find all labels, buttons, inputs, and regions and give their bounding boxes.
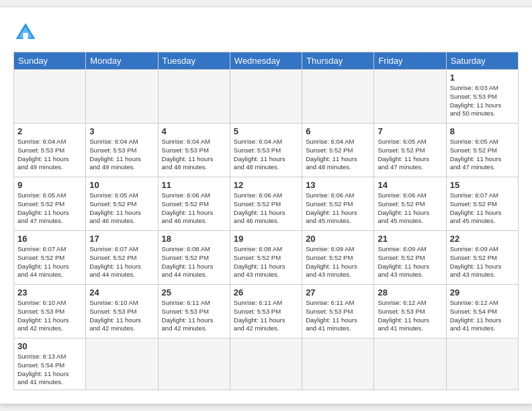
day-number: 11 [162, 180, 226, 190]
calendar-cell: 7Sunrise: 6:05 AM Sunset: 5:52 PM Daylig… [374, 123, 446, 177]
day-number: 9 [17, 180, 82, 190]
calendar-cell [158, 69, 230, 123]
calendar-cell [86, 69, 158, 123]
calendar-container: SundayMondayTuesdayWednesdayThursdayFrid… [0, 7, 532, 404]
calendar-cell [14, 69, 86, 123]
day-info: Sunrise: 6:06 AM Sunset: 5:52 PM Dayligh… [306, 191, 370, 226]
day-number: 24 [89, 287, 154, 298]
calendar-cell: 20Sunrise: 6:09 AM Sunset: 5:52 PM Dayli… [302, 230, 374, 284]
day-info: Sunrise: 6:03 AM Sunset: 5:53 PM Dayligh… [450, 84, 515, 118]
calendar-cell [158, 338, 230, 390]
calendar-cell: 18Sunrise: 6:08 AM Sunset: 5:52 PM Dayli… [158, 230, 230, 284]
week-row-5: 30Sunrise: 6:13 AM Sunset: 5:54 PM Dayli… [14, 338, 519, 390]
day-number: 28 [378, 287, 442, 298]
day-number: 13 [306, 180, 370, 190]
day-number: 12 [234, 180, 298, 190]
day-info: Sunrise: 6:10 AM Sunset: 5:53 PM Dayligh… [17, 299, 82, 333]
day-number: 21 [378, 234, 442, 244]
day-info: Sunrise: 6:11 AM Sunset: 5:53 PM Dayligh… [306, 299, 370, 333]
svg-rect-2 [23, 33, 28, 39]
calendar-cell [302, 69, 374, 123]
calendar-cell: 16Sunrise: 6:07 AM Sunset: 5:52 PM Dayli… [14, 230, 86, 284]
header [13, 21, 519, 45]
calendar-cell: 26Sunrise: 6:11 AM Sunset: 5:53 PM Dayli… [230, 284, 302, 338]
day-number: 18 [162, 234, 226, 244]
calendar-cell [446, 338, 518, 390]
calendar-cell [302, 338, 374, 390]
day-header-monday: Monday [86, 52, 158, 69]
day-info: Sunrise: 6:10 AM Sunset: 5:53 PM Dayligh… [89, 299, 154, 333]
day-number: 2 [17, 126, 82, 136]
day-info: Sunrise: 6:12 AM Sunset: 5:53 PM Dayligh… [378, 299, 442, 333]
day-header-tuesday: Tuesday [158, 52, 230, 69]
header-row: SundayMondayTuesdayWednesdayThursdayFrid… [14, 52, 519, 69]
day-info: Sunrise: 6:04 AM Sunset: 5:52 PM Dayligh… [306, 138, 370, 172]
day-info: Sunrise: 6:08 AM Sunset: 5:52 PM Dayligh… [234, 245, 298, 279]
day-info: Sunrise: 6:08 AM Sunset: 5:52 PM Dayligh… [162, 245, 226, 279]
calendar-cell: 4Sunrise: 6:04 AM Sunset: 5:53 PM Daylig… [158, 123, 230, 177]
day-header-wednesday: Wednesday [230, 52, 302, 69]
calendar-cell: 8Sunrise: 6:05 AM Sunset: 5:52 PM Daylig… [446, 123, 518, 177]
day-number: 29 [450, 287, 515, 298]
day-info: Sunrise: 6:11 AM Sunset: 5:53 PM Dayligh… [162, 299, 226, 333]
calendar-cell: 11Sunrise: 6:06 AM Sunset: 5:52 PM Dayli… [158, 177, 230, 230]
day-number: 4 [162, 126, 226, 136]
calendar-cell: 12Sunrise: 6:06 AM Sunset: 5:52 PM Dayli… [230, 177, 302, 230]
calendar-cell: 10Sunrise: 6:05 AM Sunset: 5:52 PM Dayli… [86, 177, 158, 230]
day-info: Sunrise: 6:12 AM Sunset: 5:54 PM Dayligh… [450, 299, 515, 333]
day-number: 8 [450, 126, 515, 136]
day-header-saturday: Saturday [446, 52, 518, 69]
day-number: 17 [89, 234, 154, 244]
calendar-cell: 28Sunrise: 6:12 AM Sunset: 5:53 PM Dayli… [374, 284, 446, 338]
day-number: 23 [17, 287, 82, 298]
day-info: Sunrise: 6:07 AM Sunset: 5:52 PM Dayligh… [450, 191, 515, 226]
day-number: 30 [17, 341, 82, 351]
day-info: Sunrise: 6:13 AM Sunset: 5:54 PM Dayligh… [17, 353, 82, 387]
calendar-cell: 27Sunrise: 6:11 AM Sunset: 5:53 PM Dayli… [302, 284, 374, 338]
day-info: Sunrise: 6:04 AM Sunset: 5:53 PM Dayligh… [89, 138, 154, 172]
day-header-sunday: Sunday [14, 52, 86, 69]
week-row-0: 1Sunrise: 6:03 AM Sunset: 5:53 PM Daylig… [14, 69, 519, 123]
day-info: Sunrise: 6:05 AM Sunset: 5:52 PM Dayligh… [89, 191, 154, 226]
calendar-cell [230, 69, 302, 123]
day-info: Sunrise: 6:06 AM Sunset: 5:52 PM Dayligh… [162, 191, 226, 226]
calendar-cell: 3Sunrise: 6:04 AM Sunset: 5:53 PM Daylig… [86, 123, 158, 177]
day-number: 20 [306, 234, 370, 244]
day-number: 7 [378, 126, 442, 136]
day-info: Sunrise: 6:06 AM Sunset: 5:52 PM Dayligh… [378, 191, 442, 226]
day-info: Sunrise: 6:05 AM Sunset: 5:52 PM Dayligh… [450, 138, 515, 172]
calendar-cell: 22Sunrise: 6:09 AM Sunset: 5:52 PM Dayli… [446, 230, 518, 284]
calendar-cell: 24Sunrise: 6:10 AM Sunset: 5:53 PM Dayli… [86, 284, 158, 338]
calendar-cell: 25Sunrise: 6:11 AM Sunset: 5:53 PM Dayli… [158, 284, 230, 338]
day-info: Sunrise: 6:07 AM Sunset: 5:52 PM Dayligh… [17, 245, 82, 279]
day-number: 15 [450, 180, 515, 190]
calendar-cell [86, 338, 158, 390]
week-row-3: 16Sunrise: 6:07 AM Sunset: 5:52 PM Dayli… [14, 230, 519, 284]
calendar-cell: 9Sunrise: 6:05 AM Sunset: 5:52 PM Daylig… [14, 177, 86, 230]
day-info: Sunrise: 6:06 AM Sunset: 5:52 PM Dayligh… [234, 191, 298, 226]
day-number: 22 [450, 234, 515, 244]
day-number: 25 [162, 287, 226, 298]
day-info: Sunrise: 6:07 AM Sunset: 5:52 PM Dayligh… [89, 245, 154, 279]
calendar-cell: 21Sunrise: 6:09 AM Sunset: 5:52 PM Dayli… [374, 230, 446, 284]
calendar-cell [374, 338, 446, 390]
calendar-table: SundayMondayTuesdayWednesdayThursdayFrid… [13, 52, 519, 390]
day-number: 19 [234, 234, 298, 244]
day-info: Sunrise: 6:11 AM Sunset: 5:53 PM Dayligh… [234, 299, 298, 333]
week-row-2: 9Sunrise: 6:05 AM Sunset: 5:52 PM Daylig… [14, 177, 519, 230]
day-info: Sunrise: 6:04 AM Sunset: 5:53 PM Dayligh… [234, 138, 298, 172]
week-row-4: 23Sunrise: 6:10 AM Sunset: 5:53 PM Dayli… [14, 284, 519, 338]
calendar-cell: 23Sunrise: 6:10 AM Sunset: 5:53 PM Dayli… [14, 284, 86, 338]
day-number: 27 [306, 287, 370, 298]
calendar-cell [374, 69, 446, 123]
calendar-cell: 6Sunrise: 6:04 AM Sunset: 5:52 PM Daylig… [302, 123, 374, 177]
calendar-cell: 15Sunrise: 6:07 AM Sunset: 5:52 PM Dayli… [446, 177, 518, 230]
calendar-cell: 30Sunrise: 6:13 AM Sunset: 5:54 PM Dayli… [14, 338, 86, 390]
day-number: 1 [450, 73, 515, 83]
day-number: 16 [17, 234, 82, 244]
calendar-cell: 5Sunrise: 6:04 AM Sunset: 5:53 PM Daylig… [230, 123, 302, 177]
day-number: 6 [306, 126, 370, 136]
day-info: Sunrise: 6:09 AM Sunset: 5:52 PM Dayligh… [378, 245, 442, 279]
day-info: Sunrise: 6:05 AM Sunset: 5:52 PM Dayligh… [17, 191, 82, 226]
calendar-cell: 2Sunrise: 6:04 AM Sunset: 5:53 PM Daylig… [14, 123, 86, 177]
